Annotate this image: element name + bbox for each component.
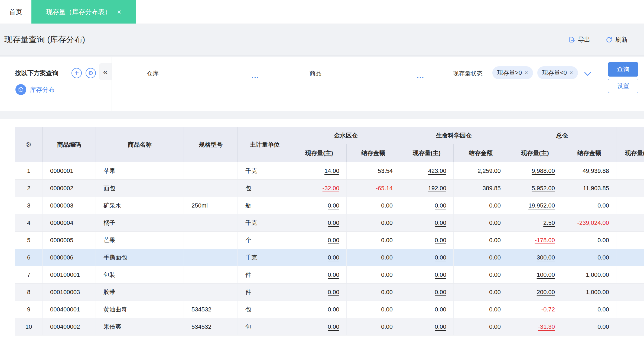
table-row[interactable]: 8000100003胶带件0.000.000.000.00200.001,000… — [15, 284, 644, 301]
qty-link[interactable]: 0.00 — [435, 289, 446, 295]
qty-link[interactable]: 0.00 — [328, 306, 339, 313]
qty-link[interactable]: 0.00 — [328, 289, 339, 295]
qty-link[interactable]: 0.00 — [435, 237, 446, 244]
qty-link[interactable]: 9,988.00 — [532, 167, 555, 174]
qty-link[interactable]: 423.00 — [428, 167, 446, 174]
cell-partial — [616, 214, 644, 232]
qty-link[interactable]: -32.00 — [323, 185, 339, 192]
export-button[interactable]: 导出 — [568, 35, 590, 44]
stock-status-input[interactable] — [492, 84, 598, 84]
col-header-code[interactable]: 商品编码 — [43, 127, 96, 162]
close-icon[interactable]: × — [117, 8, 121, 15]
amount-value: 1,000.00 — [586, 289, 609, 295]
qty-link[interactable]: 0.00 — [435, 202, 446, 209]
qty-link[interactable]: 0.00 — [328, 271, 339, 278]
col-header-unit[interactable]: 主计量单位 — [238, 127, 292, 162]
table-row[interactable]: 7000100001包装件0.000.000.000.00100.001,000… — [15, 266, 644, 284]
query-button[interactable]: 查询 — [608, 62, 638, 77]
table-row[interactable]: 10000400002果倍爽534532包0.000.000.000.00-31… — [15, 318, 644, 336]
qty-link[interactable]: 300.00 — [537, 254, 555, 261]
qty-link[interactable]: 0.00 — [435, 323, 446, 330]
status-tag[interactable]: 现存量>0 × — [492, 66, 533, 79]
settings-button[interactable]: 设置 — [608, 79, 638, 93]
refresh-button[interactable]: 刷新 — [606, 35, 628, 44]
scheme-settings-button[interactable]: ⚙ — [86, 68, 96, 78]
sub-header-amount[interactable]: 结存金额 — [454, 144, 508, 162]
table-row[interactable]: 30000003矿泉水250ml瓶0.000.000.000.0019,952.… — [15, 197, 644, 214]
cell-amount: 0.00 — [454, 232, 508, 249]
product-picker-dots-icon[interactable]: ••• — [417, 75, 425, 80]
qty-link[interactable]: 0.00 — [328, 237, 339, 244]
qty-link[interactable]: 0.00 — [435, 271, 446, 278]
chevron-down-icon[interactable] — [583, 70, 593, 79]
qty-link[interactable]: 19,952.00 — [528, 202, 555, 209]
qty-link[interactable]: 2.50 — [543, 219, 555, 226]
refresh-icon — [606, 36, 613, 43]
table-row[interactable]: 10000001苹果千克14.0053.54423.002,259.009,98… — [15, 162, 644, 180]
cell-name: 芒果 — [96, 232, 184, 249]
qty-link[interactable]: 0.00 — [328, 323, 339, 330]
table-row[interactable]: 50000005芒果个0.000.000.000.00-178.000.00 — [15, 232, 644, 249]
cell-qty: 0.00 — [292, 249, 347, 266]
amount-value: 0.00 — [489, 289, 501, 295]
qty-link[interactable]: 200.00 — [537, 289, 555, 295]
amount-value: 11,903.85 — [583, 185, 609, 192]
amount-value: 0.00 — [381, 289, 393, 295]
cell-qty: 0.00 — [292, 284, 347, 301]
qty-link[interactable]: 0.00 — [328, 202, 339, 209]
qty-link[interactable]: 0.00 — [328, 254, 339, 261]
table-row[interactable]: 9000400001黄油曲奇534532包0.000.000.000.00-0.… — [15, 301, 644, 318]
cell-unit: 包 — [238, 301, 292, 318]
cell-spec: 250ml — [184, 197, 238, 214]
warehouse-input[interactable] — [160, 84, 269, 84]
table-row[interactable]: 60000006手撕面包千克0.000.000.000.00300.000.00 — [15, 249, 644, 266]
qty-link[interactable]: -0.72 — [541, 306, 555, 313]
cell-amount: 0.00 — [347, 266, 400, 284]
cell-qty: -0.72 — [508, 301, 562, 318]
cell-amount: 0.00 — [454, 318, 508, 336]
tag-close-icon[interactable]: × — [525, 69, 528, 76]
amount-value: 0.00 — [489, 254, 501, 261]
add-scheme-button[interactable]: + — [71, 68, 82, 78]
sub-header-qty[interactable]: 现存量(主) — [400, 144, 454, 162]
status-tag[interactable]: 现存量<0 × — [537, 66, 578, 79]
cell-spec — [184, 162, 238, 180]
qty-link[interactable]: 100.00 — [537, 271, 555, 278]
qty-link[interactable]: -31.30 — [538, 323, 555, 330]
col-header-name[interactable]: 商品名称 — [96, 127, 184, 162]
qty-link[interactable]: -178.00 — [535, 237, 555, 244]
amount-value: 0.00 — [381, 254, 393, 261]
cell-unit: 千克 — [238, 249, 292, 266]
qty-link[interactable]: 14.00 — [324, 167, 339, 174]
qty-link[interactable]: 0.00 — [435, 254, 446, 261]
sub-header-amount[interactable]: 结存金额 — [347, 144, 400, 162]
tab-home[interactable]: 首页 — [0, 0, 31, 24]
warehouse-picker-dots-icon[interactable]: ••• — [252, 75, 259, 80]
scheme-panel-title: 按以下方案查询 — [15, 69, 58, 77]
cell-amount: 11,903.85 — [562, 180, 616, 197]
qty-link[interactable]: 0.00 — [435, 306, 446, 313]
qty-link[interactable]: 0.00 — [328, 219, 339, 226]
scheme-item-inventory-distribution[interactable]: 库存分布 — [15, 84, 55, 95]
col-header-spec[interactable]: 规格型号 — [184, 127, 238, 162]
column-settings-gear-icon[interactable]: ⚙ — [15, 127, 43, 162]
collapse-icon: « — [103, 67, 108, 76]
qty-link[interactable]: 0.00 — [435, 219, 446, 226]
row-index: 9 — [15, 301, 43, 318]
qty-link[interactable]: 5,952.00 — [532, 185, 555, 192]
table-row[interactable]: 40000004橘子千克0.000.000.000.002.50-239,024… — [15, 214, 644, 232]
collapse-panel-button[interactable]: « — [99, 63, 112, 80]
sub-header-amount[interactable]: 结存金额 — [562, 144, 616, 162]
table-row[interactable]: 20000002面包包-32.00-65.14192.00389.855,952… — [15, 180, 644, 197]
status-tag-label: 现存量<0 — [542, 69, 567, 77]
sub-header-qty[interactable]: 现存量(主) — [292, 144, 347, 162]
sub-header-qty[interactable]: 现存量(主) — [508, 144, 562, 162]
product-input[interactable] — [324, 84, 434, 84]
tag-close-icon[interactable]: × — [570, 69, 573, 76]
cell-qty: 0.00 — [292, 214, 347, 232]
qty-link[interactable]: 192.00 — [428, 185, 446, 192]
tab-active[interactable]: 现存量（库存分布表） × — [31, 0, 136, 24]
cell-amount: -239,024.00 — [562, 214, 616, 232]
cell-qty: 0.00 — [292, 232, 347, 249]
cell-code: 0000001 — [43, 162, 96, 180]
